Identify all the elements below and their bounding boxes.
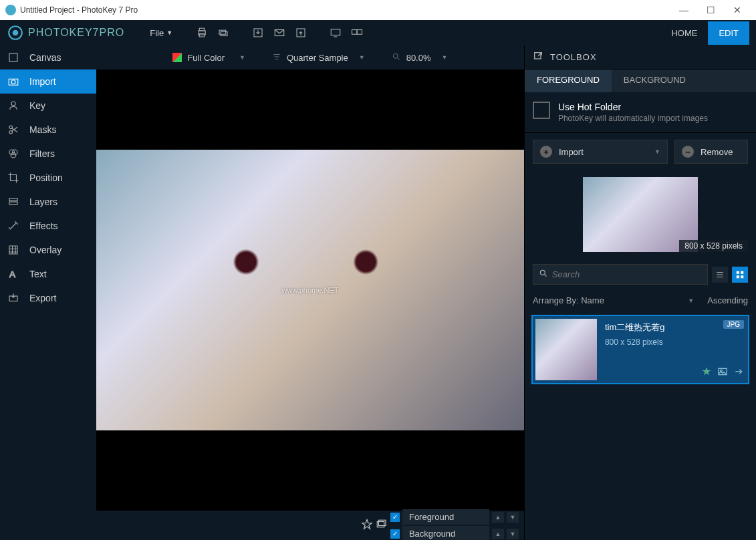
svg-point-16 <box>11 102 15 106</box>
chevron-down-icon: ▼ <box>654 148 660 155</box>
tab-foreground[interactable]: FOREGROUND <box>525 70 612 92</box>
workarea: Full Color ▼ Quarter Sample ▼ 80.0% ▼ ww… <box>96 45 524 540</box>
menubar: PHOTOKEY7PRO File▼ HOME EDIT <box>0 20 756 45</box>
sidebar-item-overlay[interactable]: Overlay <box>0 238 96 262</box>
colormode-swatch-icon <box>172 53 182 62</box>
scissors-icon <box>7 123 20 136</box>
file-format-badge: JPG <box>723 320 744 329</box>
star-icon[interactable] <box>361 519 373 533</box>
search-box[interactable] <box>533 264 708 285</box>
foreground-checkbox[interactable]: ✓ <box>390 513 400 522</box>
home-tab[interactable]: HOME <box>660 21 708 45</box>
sidebar-item-export[interactable]: Export <box>0 286 96 310</box>
background-layer[interactable]: Background <box>402 526 489 540</box>
file-card[interactable]: tim二维热无若g 800 x 528 pixels JPG <box>531 315 749 384</box>
import-down-icon[interactable] <box>249 23 267 42</box>
svg-rect-27 <box>377 521 384 527</box>
sidebar-item-key[interactable]: Key <box>0 94 96 118</box>
dual-monitor-icon[interactable] <box>348 23 366 42</box>
svg-rect-32 <box>741 271 743 273</box>
camera-icon <box>7 75 20 88</box>
bg-down-button[interactable]: ▼ <box>507 529 519 539</box>
svg-rect-10 <box>331 29 340 35</box>
fg-up-button[interactable]: ▲ <box>492 512 504 523</box>
svg-point-15 <box>11 80 15 84</box>
bg-up-button[interactable]: ▲ <box>492 529 504 539</box>
zoom-dropdown[interactable]: 80.0% ▼ <box>385 49 455 66</box>
import-label: Import <box>559 147 648 157</box>
sidebar-item-label: Import <box>29 76 56 87</box>
svg-rect-6 <box>221 32 227 36</box>
hotfolder-title: Use Hot Folder <box>558 102 708 112</box>
file-menu[interactable]: File▼ <box>144 25 178 41</box>
colormode-dropdown[interactable]: Full Color ▼ <box>166 50 252 65</box>
popout-icon[interactable] <box>533 51 543 63</box>
crop-icon <box>7 171 20 184</box>
sample-label: Quarter Sample <box>287 53 348 63</box>
fg-down-button[interactable]: ▼ <box>507 512 519 523</box>
toolbox-title: TOOLBOX <box>550 52 597 62</box>
remove-button[interactable]: − Remove <box>674 140 748 164</box>
sidebar-item-text[interactable]: AText <box>0 262 96 286</box>
foreground-layer[interactable]: Foreground <box>402 509 489 525</box>
sidebar-item-position[interactable]: Position <box>0 166 96 190</box>
arrange-row[interactable]: Arrange By: Name ▼ Ascending <box>525 290 756 311</box>
svg-point-26 <box>393 53 398 58</box>
grid-view-button[interactable] <box>732 267 748 283</box>
sidebar-item-import[interactable]: Import <box>0 70 96 94</box>
minimize-button[interactable]: — <box>670 5 697 15</box>
arrange-label: Arrange By: Name <box>533 295 674 305</box>
print-icon[interactable] <box>193 23 211 42</box>
email-icon[interactable] <box>270 23 289 42</box>
window-title: Untitled Project - PhotoKey 7 Pro <box>20 5 670 15</box>
svg-rect-33 <box>737 275 739 278</box>
sidebar-item-label: Effects <box>29 221 58 231</box>
background-checkbox[interactable]: ✓ <box>390 529 400 539</box>
sidebar-item-label: Layers <box>29 196 57 207</box>
import-button[interactable]: + Import ▼ <box>533 140 668 164</box>
svg-rect-5 <box>219 30 226 34</box>
print-batch-icon[interactable] <box>214 23 233 42</box>
foreground-image: www.phome.NET <box>96 150 524 430</box>
canvas-toolbar: Full Color ▼ Quarter Sample ▼ 80.0% ▼ <box>96 45 524 70</box>
search-icon <box>539 269 548 280</box>
sidebar-item-label: Export <box>29 293 56 303</box>
sidebar-item-label: Overlay <box>29 245 61 255</box>
sample-dropdown[interactable]: Quarter Sample ▼ <box>265 49 372 66</box>
search-input[interactable] <box>552 269 702 279</box>
sidebar-item-effects[interactable]: Effects <box>0 214 96 238</box>
svg-point-20 <box>13 150 18 155</box>
sidebar-item-filters[interactable]: Filters <box>0 142 96 166</box>
text-icon: A <box>7 267 20 281</box>
sidebar-item-masks[interactable]: Masks <box>0 118 96 142</box>
grid-icon <box>7 243 20 257</box>
plus-icon: + <box>540 146 552 158</box>
arrow-right-icon[interactable] <box>733 366 744 379</box>
svg-rect-28 <box>378 520 386 525</box>
list-view-button[interactable] <box>712 267 728 283</box>
import-up-icon[interactable] <box>291 23 310 42</box>
image-icon[interactable] <box>717 366 728 379</box>
minus-icon: − <box>682 146 694 158</box>
svg-rect-11 <box>352 30 358 35</box>
edit-tab[interactable]: EDIT <box>708 21 749 45</box>
watermark-text: www.phome.NET <box>281 286 338 294</box>
sidebar-item-canvas[interactable]: Canvas <box>0 45 96 70</box>
preview-row: 800 x 528 pixels <box>525 170 756 259</box>
star-icon[interactable] <box>701 366 712 379</box>
tab-background[interactable]: BACKGROUND <box>612 70 698 92</box>
app-icon <box>5 5 16 15</box>
svg-rect-3 <box>199 28 205 31</box>
close-button[interactable]: ✕ <box>724 5 751 15</box>
sample-icon <box>272 52 281 63</box>
sidebar-item-layers[interactable]: Layers <box>0 190 96 214</box>
maximize-button[interactable]: ☐ <box>697 5 724 15</box>
image-stack-icon[interactable] <box>376 519 388 533</box>
canvas-icon <box>7 51 20 64</box>
monitor-icon[interactable] <box>326 23 345 42</box>
canvas-viewport[interactable]: www.phome.NET <box>96 70 524 511</box>
svg-point-21 <box>11 153 16 158</box>
sidebar-item-label: Key <box>29 100 45 111</box>
hotfolder-checkbox[interactable] <box>533 102 550 119</box>
hotfolder-row: Use Hot Folder PhotoKey will automatical… <box>525 92 756 133</box>
